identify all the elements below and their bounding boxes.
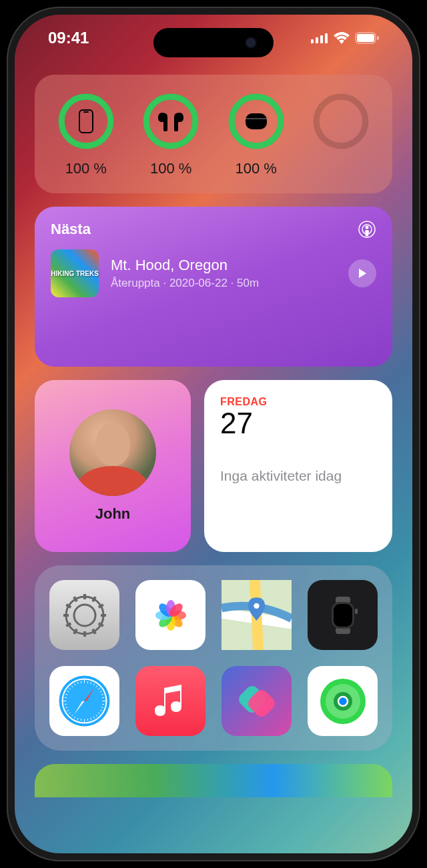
svg-rect-50: [355, 609, 358, 614]
contact-name-label: John: [95, 505, 131, 523]
svg-line-82: [87, 681, 88, 683]
battery-item-case: 100 %: [218, 91, 294, 177]
podcast-episode-title: Mt. Hood, Oregon: [111, 257, 336, 274]
app-icon-photos[interactable]: [135, 580, 205, 650]
svg-rect-3: [325, 33, 328, 43]
batteries-widget[interactable]: 100 % 100 % 100 %: [35, 75, 392, 193]
svg-point-21: [366, 226, 369, 229]
today-view[interactable]: 100 % 100 % 100 %: [15, 75, 412, 853]
podcasts-widget[interactable]: Nästa HIKING TREKS Mt. Hood, Oregon Åter…: [35, 207, 392, 367]
battery-item-airpods: 100 %: [133, 91, 209, 177]
app-icon-findmy[interactable]: [308, 666, 378, 736]
app-icon-settings[interactable]: [49, 580, 119, 650]
airpods-case-icon: [244, 112, 268, 131]
svg-line-62: [87, 719, 88, 721]
app-icon-maps[interactable]: [222, 580, 292, 650]
podcast-header-label: Nästa: [51, 221, 91, 238]
maps-widget-peek[interactable]: [35, 764, 392, 797]
svg-point-45: [254, 603, 259, 609]
svg-line-73: [65, 697, 67, 698]
svg-rect-2: [320, 35, 323, 43]
svg-rect-0: [311, 39, 314, 43]
app-icon-watch[interactable]: [308, 580, 378, 650]
svg-line-55: [102, 704, 104, 705]
home-screen[interactable]: 09:41 100 %: [15, 15, 412, 853]
svg-rect-10: [83, 111, 89, 113]
calendar-events-text: Inga aktiviteter idag: [220, 467, 376, 485]
app-icon-shortcuts[interactable]: [222, 666, 292, 736]
svg-point-17: [316, 97, 366, 146]
svg-rect-9: [79, 110, 93, 133]
battery-item-phone: 100 %: [48, 91, 124, 177]
svg-line-89: [102, 697, 104, 698]
cellular-icon: [311, 33, 328, 43]
svg-point-22: [66, 597, 103, 634]
calendar-date-number: 27: [220, 407, 376, 440]
wifi-icon: [334, 32, 350, 44]
phone-icon: [79, 109, 93, 133]
battery-label: 100 %: [236, 160, 277, 177]
status-time: 09:41: [48, 29, 89, 47]
svg-rect-49: [334, 604, 352, 627]
battery-label: 100 %: [65, 160, 107, 177]
calendar-widget[interactable]: FREDAG 27 Inga aktiviteter idag: [204, 380, 392, 552]
svg-point-23: [74, 605, 95, 626]
play-icon: [357, 268, 368, 279]
svg-rect-1: [316, 37, 318, 43]
svg-rect-5: [357, 34, 374, 42]
contact-avatar: [69, 409, 156, 496]
app-icon-safari[interactable]: [49, 666, 119, 736]
podcasts-app-icon: [358, 220, 376, 239]
battery-item-empty: [304, 91, 380, 177]
status-icons: [311, 32, 379, 44]
svg-rect-6: [377, 36, 379, 40]
dynamic-island[interactable]: [153, 28, 274, 57]
svg-line-71: [65, 704, 67, 705]
svg-rect-15: [246, 113, 267, 129]
podcast-artwork: HIKING TREKS: [51, 249, 99, 297]
battery-label: 100 %: [150, 160, 191, 177]
battery-icon: [355, 32, 379, 44]
play-button[interactable]: [348, 259, 376, 287]
podcast-episode-meta: Återuppta · 2020-06-22 · 50m: [111, 277, 336, 290]
contact-widget[interactable]: John: [35, 380, 191, 552]
phone-frame: 09:41 100 %: [7, 7, 420, 861]
app-icon-music[interactable]: [135, 666, 205, 736]
svg-line-64: [81, 719, 81, 721]
siri-suggestions-widget[interactable]: [35, 565, 392, 751]
svg-line-80: [81, 681, 81, 683]
airpods-icon: [157, 111, 185, 131]
